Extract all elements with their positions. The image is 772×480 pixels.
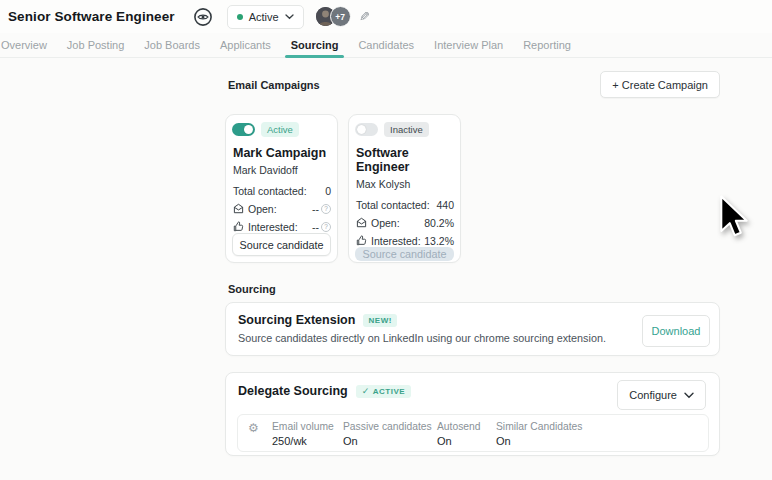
campaign-cards-row: Active Mark Campaign Mark Davidoff Total…: [225, 114, 461, 263]
help-icon[interactable]: ?: [321, 204, 331, 214]
campaign-owner: Max Kolysh: [355, 178, 454, 190]
tab-sourcing[interactable]: Sourcing: [281, 33, 349, 57]
mouse-cursor: [718, 195, 750, 245]
source-candidate-button-disabled: Source candidate: [355, 247, 454, 261]
status-badge: Active: [261, 122, 299, 137]
job-status-value: Active: [249, 11, 279, 23]
tab-job-boards[interactable]: Job Boards: [134, 33, 210, 57]
setting-passive-candidates: Passive candidates On: [343, 421, 437, 447]
chevron-down-icon: [684, 392, 694, 399]
campaign-owner: Mark Davidoff: [232, 164, 331, 176]
stat-total-contacted: Total contacted: 440: [355, 198, 454, 211]
page-title: Senior Software Engineer: [8, 9, 175, 24]
sourcing-extension-card: Sourcing Extension NEW! Source candidate…: [225, 302, 720, 356]
delegate-sourcing-card: Delegate Sourcing ✓ ACTIVE Configure ⚙ E…: [225, 372, 720, 456]
tab-candidates[interactable]: Candidates: [348, 33, 424, 57]
avatar-overflow-badge: +7: [330, 6, 351, 27]
job-tab-bar: Overview Job Posting Job Boards Applican…: [0, 33, 772, 58]
edit-team-pencil-icon[interactable]: ✎: [359, 9, 370, 24]
campaign-status-row: Active: [232, 122, 331, 137]
download-extension-button[interactable]: Download: [642, 315, 710, 347]
sourcing-heading: Sourcing: [228, 283, 276, 295]
tab-overview[interactable]: Overview: [0, 33, 57, 57]
tab-interview-plan[interactable]: Interview Plan: [424, 33, 513, 57]
stat-total-contacted: Total contacted: 0: [232, 184, 331, 197]
job-sourcing-page: Senior Software Engineer Active: [0, 0, 772, 480]
preview-eye-icon[interactable]: [193, 7, 213, 27]
campaign-stats: Total contacted: 440 Open: 80.2%: [355, 198, 454, 247]
email-campaigns-heading: Email Campaigns: [228, 79, 320, 91]
extension-title: Sourcing Extension: [238, 313, 355, 327]
campaign-card-software-engineer: Inactive Software Engineer Max Kolysh To…: [348, 114, 461, 263]
delegate-title: Delegate Sourcing: [238, 384, 348, 398]
status-badge: Inactive: [384, 122, 429, 137]
stat-interested: Interested: -- ?: [232, 220, 331, 233]
tab-reporting[interactable]: Reporting: [513, 33, 581, 57]
stat-open: Open: -- ?: [232, 202, 331, 215]
campaign-title: Mark Campaign: [232, 146, 331, 160]
setting-similar-candidates: Similar Candidates On: [496, 421, 582, 447]
tab-job-posting[interactable]: Job Posting: [57, 33, 134, 57]
hiring-team-avatars[interactable]: +7: [316, 6, 351, 27]
campaign-title: Software Engineer: [355, 146, 454, 174]
configure-button[interactable]: Configure: [617, 380, 706, 410]
gear-icon: ⚙: [248, 422, 272, 434]
thumbs-up-icon: [233, 221, 244, 232]
extension-title-row: Sourcing Extension NEW!: [238, 313, 707, 327]
status-dot-icon: [237, 14, 243, 20]
envelope-open-icon: [356, 217, 367, 228]
stat-open: Open: 80.2%: [355, 216, 454, 229]
envelope-open-icon: [233, 203, 244, 214]
stat-interested: Interested: 13.2%: [355, 234, 454, 247]
tab-applicants[interactable]: Applicants: [210, 33, 281, 57]
campaign-card-mark: Active Mark Campaign Mark Davidoff Total…: [225, 114, 338, 263]
source-candidate-button[interactable]: Source candidate: [232, 233, 331, 256]
create-campaign-button[interactable]: + Create Campaign: [600, 71, 720, 98]
chevron-down-icon: [285, 14, 294, 20]
campaign-stats: Total contacted: 0 Open: -- ?: [232, 184, 331, 233]
campaign-status-row: Inactive: [355, 122, 454, 137]
help-icon[interactable]: ?: [321, 222, 331, 232]
extension-description: Source candidates directly on LinkedIn u…: [238, 332, 707, 344]
setting-email-volume: Email volume 250/wk: [272, 421, 343, 447]
new-badge: NEW!: [363, 314, 397, 327]
check-icon: ✓: [362, 387, 370, 396]
active-badge: ✓ ACTIVE: [356, 385, 411, 398]
job-status-dropdown[interactable]: Active: [227, 5, 304, 29]
email-campaigns-header-row: Email Campaigns + Create Campaign: [228, 72, 720, 97]
campaign-toggle-off[interactable]: [355, 123, 378, 136]
job-header: Senior Software Engineer Active: [0, 0, 772, 33]
campaign-toggle-on[interactable]: [232, 123, 255, 136]
setting-autosend: Autosend On: [437, 421, 496, 447]
thumbs-up-icon: [356, 235, 367, 246]
delegate-settings-panel: ⚙ Email volume 250/wk Passive candidates…: [237, 414, 709, 452]
